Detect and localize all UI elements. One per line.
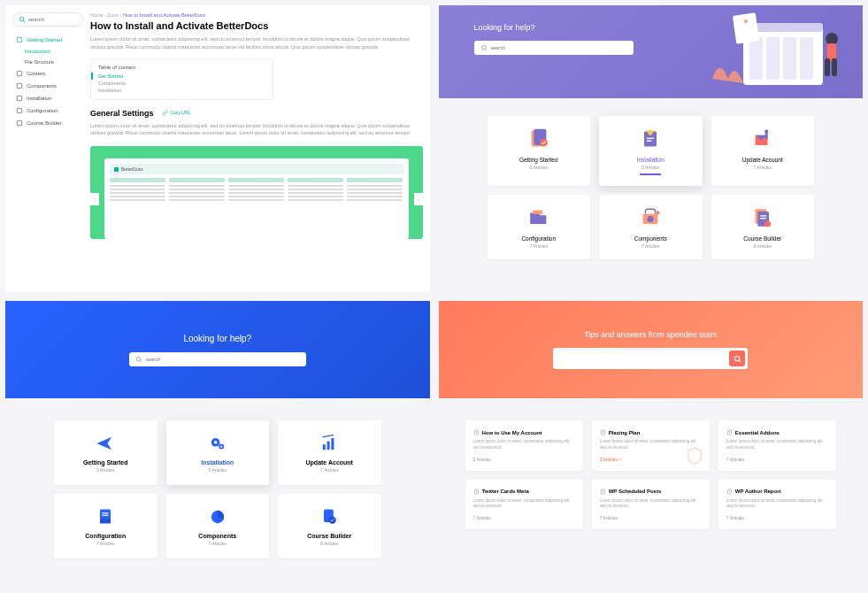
svg-rect-3 (17, 71, 21, 75)
crumb-home[interactable]: Home (90, 12, 104, 18)
search-input[interactable] (556, 354, 726, 363)
svg-rect-5 (17, 96, 21, 100)
article-card[interactable]: WP Author ReportLorem Ipsum dolor sit am… (718, 480, 836, 530)
category-card[interactable]: Components7 Articles (599, 195, 703, 259)
article-card[interactable]: Twitter Cards MetaLorem Ipsum dolor sit … (465, 480, 583, 530)
screenshot-image: ‹ › BetterDocs (90, 146, 423, 239)
nav-getting-started[interactable]: Getting Started (12, 34, 83, 46)
layout-orange: Tips and answers from spendee team How t… (439, 301, 864, 588)
category-card[interactable]: Components7 Articles (166, 494, 270, 558)
svg-point-17 (744, 19, 748, 23)
category-card[interactable]: Getting Started3 Articles (54, 420, 157, 485)
layout-classic: Getting Started Introduction File Struct… (5, 5, 430, 292)
nav-installation[interactable]: Installation (12, 92, 83, 104)
nav-list: Getting Started Introduction File Struct… (12, 34, 83, 129)
card-icon (526, 205, 551, 230)
search-box[interactable] (474, 41, 634, 55)
category-card[interactable]: Installation5 Articles (599, 116, 703, 186)
nav-sub-filestructure[interactable]: File Structure (12, 57, 83, 67)
nav-coursebuilder[interactable]: Course Builder (12, 117, 83, 129)
svg-rect-28 (647, 140, 652, 141)
article-card[interactable]: How to Use My AccountLorem Ipsum dolor s… (465, 420, 583, 471)
file-icon (473, 489, 480, 495)
svg-rect-7 (17, 120, 21, 125)
category-card[interactable]: Update Account7 Articles (278, 420, 381, 485)
card-count: 5 Articles (606, 165, 695, 170)
crumb-docs[interactable]: Docs (108, 12, 119, 18)
file-icon (726, 489, 733, 495)
copy-url-button[interactable]: Copy URL (162, 110, 190, 116)
main-content: Home › Docs › How to Install and Activat… (90, 12, 423, 285)
category-card[interactable]: Course Builder8 Articles (278, 494, 381, 558)
card-count: 7 Articles (718, 165, 808, 170)
search-input[interactable] (28, 17, 77, 22)
card-icon (638, 205, 663, 230)
nav-components[interactable]: Components (12, 80, 83, 92)
card-body: Lorem Ipsum dolor sit amet, consectetur … (600, 498, 702, 511)
card-count: 7 Articles (473, 515, 575, 520)
svg-rect-46 (323, 444, 326, 450)
card-title: Essential Addons (726, 429, 828, 435)
svg-line-1 (23, 20, 25, 22)
search-box[interactable] (553, 348, 748, 369)
card-title: Course Builder (285, 533, 374, 539)
article-card[interactable]: Essential AddonsLorem Ipsum dolor sit am… (718, 420, 836, 471)
nav-configuration[interactable]: Configuration (12, 104, 83, 117)
file-icon (473, 429, 480, 435)
article-card[interactable]: Placing PlanLorem Ipsum dolor sit amet, … (592, 420, 710, 471)
search-input[interactable] (491, 45, 627, 50)
card-count: 8 Articles (718, 243, 808, 249)
svg-point-8 (481, 45, 486, 50)
card-count: 7 Articles (61, 541, 150, 546)
card-count: 5 Articles (473, 457, 575, 462)
card-count: 8 Articles (285, 541, 374, 546)
category-card[interactable]: Update Account7 Articles (711, 116, 815, 186)
search-button[interactable] (729, 350, 745, 366)
svg-rect-6 (17, 108, 21, 112)
hero: Tips and answers from spendee team (439, 301, 864, 398)
table-of-contents: Table of contain Get Started Components … (90, 58, 273, 100)
svg-point-55 (734, 356, 739, 360)
prev-arrow[interactable]: ‹ (90, 193, 99, 205)
svg-rect-31 (533, 210, 542, 213)
svg-rect-2 (17, 37, 21, 42)
svg-rect-15 (800, 37, 813, 80)
svg-rect-27 (647, 138, 654, 139)
card-title: Installation (173, 459, 263, 466)
category-card[interactable]: Course Builder8 Articles (711, 195, 815, 259)
svg-point-40 (136, 357, 141, 361)
category-card[interactable]: Configuration7 Articles (488, 195, 591, 259)
card-count: 3 Articles (61, 467, 150, 473)
search-box[interactable] (12, 12, 83, 27)
svg-rect-48 (332, 438, 334, 450)
next-arrow[interactable]: › (414, 193, 423, 205)
svg-rect-47 (327, 442, 330, 451)
category-card[interactable]: Installation5 Articles (166, 420, 270, 485)
sidebar: Getting Started Introduction File Struct… (12, 12, 83, 285)
toc-item[interactable]: Get Started (91, 73, 265, 80)
nav-sub-introduction[interactable]: Introduction (12, 46, 83, 57)
card-title: Update Account (718, 157, 808, 163)
svg-point-43 (214, 441, 218, 444)
card-icon (319, 433, 340, 454)
card-icon (319, 506, 340, 528)
card-title: Placing Plan (600, 429, 702, 435)
svg-point-30 (764, 130, 768, 134)
card-title: Update Account (285, 459, 374, 466)
card-title: Getting Started (495, 157, 584, 163)
search-icon (480, 44, 488, 51)
search-input[interactable] (146, 357, 300, 362)
toc-item[interactable]: Components (98, 80, 265, 87)
card-title: WP Scheduled Posts (600, 489, 702, 495)
card-title: Configuration (495, 235, 584, 242)
toc-item[interactable]: Installation (98, 87, 265, 94)
nav-content[interactable]: Content (12, 67, 83, 80)
article-card[interactable]: WP Scheduled PostsLorem Ipsum dolor sit … (592, 480, 710, 530)
category-card[interactable]: Configuration7 Articles (54, 494, 157, 558)
svg-line-41 (140, 360, 142, 362)
shield-icon (685, 446, 704, 466)
category-card[interactable]: Getting Started3 Articles (488, 116, 591, 186)
search-box[interactable] (129, 352, 306, 366)
card-title: WP Author Report (726, 489, 828, 495)
card-icon (95, 506, 116, 528)
